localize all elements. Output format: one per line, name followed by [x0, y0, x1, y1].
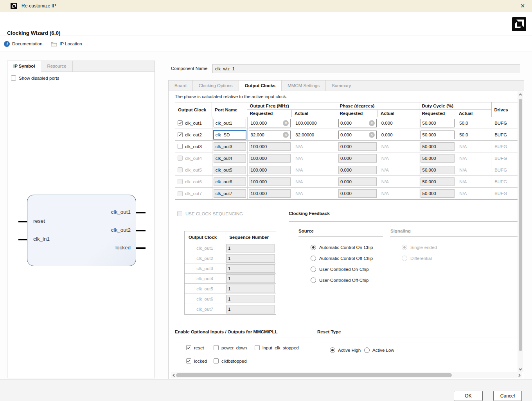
active-high-radio[interactable]	[330, 347, 335, 353]
scroll-up-arrow[interactable]	[518, 91, 523, 97]
active-low-radio[interactable]	[364, 347, 370, 353]
phase-requested-input[interactable]: 0.000	[338, 189, 377, 198]
duty-actual-value-cell: N/A	[456, 188, 491, 199]
optional-io-locked[interactable]: locked	[186, 358, 207, 363]
horizontal-scrollbar[interactable]	[171, 372, 522, 378]
component-name-input[interactable]: clk_wiz_1	[212, 64, 520, 73]
horizontal-scroll-thumb[interactable]	[176, 373, 452, 377]
source-option-automatic-control-off-chip[interactable]: Automatic Control Off-Chip	[311, 253, 373, 264]
show-disabled-ports-checkbox[interactable]	[11, 75, 16, 81]
duty-requested-input[interactable]: 50.000	[421, 166, 455, 174]
freq-actual-value: N/A	[295, 168, 303, 172]
phase-requested-input[interactable]: 0.000	[338, 154, 377, 163]
source-option-user-controlled-off-chip[interactable]: User-Controlled Off-Chip	[311, 275, 373, 286]
port-name-input[interactable]: clk_out4	[214, 154, 246, 163]
duty-requested-input[interactable]: 50.000	[421, 154, 455, 163]
port-name-input[interactable]: clk_out7	[214, 189, 246, 198]
freq-requested-input[interactable]: 32.000✕	[249, 131, 291, 139]
tab-mmcm-settings[interactable]: MMCM Settings	[282, 81, 326, 91]
port-name-input[interactable]: clk_out6	[214, 177, 246, 186]
phase-actual-value-cell: 0.000	[378, 129, 419, 140]
duty-actual-value-cell: N/A	[456, 176, 491, 187]
output-clock-checkbox[interactable]	[178, 144, 183, 149]
sequence-number-cell: 1	[225, 253, 276, 263]
freq-requested-input[interactable]: 100.000	[249, 166, 291, 174]
port-name-input-text: clk_SD	[216, 132, 230, 137]
freq-actual-value-cell: 32.00000	[292, 129, 337, 140]
cancel-button[interactable]: Cancel	[493, 391, 522, 401]
documentation-link[interactable]: i Documentation	[4, 41, 42, 47]
optional-io-clkfbstopped[interactable]: clkfbstopped	[214, 358, 247, 363]
port-name-input[interactable]: clk_SD	[214, 131, 246, 139]
col-output-clock: Output Clock	[175, 102, 212, 117]
divider	[289, 221, 519, 222]
phase-requested-input-text: 0.000	[340, 144, 352, 149]
seq-col-sequence-number: Sequence Number	[225, 231, 276, 243]
phase-actual-value-cell: N/A	[378, 152, 419, 164]
reset-type-title: Reset Type	[317, 329, 341, 334]
source-option-user-controlled-on-chip[interactable]: User-Controlled On-Chip	[311, 264, 373, 275]
duty-requested-input[interactable]: 50.000	[421, 142, 455, 151]
source-option-automatic-control-on-chip[interactable]: Automatic Control On-Chip	[311, 242, 373, 253]
duty-requested-input-text: 50.000	[422, 132, 436, 137]
col-port-name: Port Name	[212, 102, 247, 117]
source-option-radio[interactable]	[311, 256, 316, 261]
port-name-input[interactable]: clk_out1	[214, 119, 246, 127]
tab-output-clocks[interactable]: Output Clocks	[239, 81, 282, 91]
phase-requested-input[interactable]: 0.000	[338, 177, 377, 186]
tab-clocking-options[interactable]: Clocking Options	[193, 81, 239, 91]
output-clock-checkbox[interactable]	[178, 132, 183, 137]
tab-ip-symbol[interactable]: IP Symbol	[7, 61, 41, 72]
table-row: clk_out2clk_SD32.000✕32.000000.000✕0.000…	[175, 129, 518, 141]
clear-icon[interactable]: ✕	[283, 132, 289, 138]
phase-requested-input[interactable]: 0.000✕	[338, 131, 377, 139]
freq-requested-input[interactable]: 100.000✕	[249, 119, 291, 127]
freq-requested-input[interactable]: 100.000	[249, 154, 291, 163]
close-icon[interactable]: ✕	[518, 1, 528, 11]
freq-requested-input[interactable]: 100.000	[249, 189, 291, 198]
sequence-number-text: 1	[228, 286, 230, 291]
phase-requested-input-text: 0.000	[340, 191, 352, 196]
phase-actual-value-cell: N/A	[378, 164, 419, 175]
reset-type-active-low[interactable]: Active Low	[364, 347, 394, 353]
drives-value-cell: BUFG	[491, 117, 518, 129]
port-name-input[interactable]: clk_out5	[214, 166, 246, 174]
scroll-down-arrow[interactable]	[518, 366, 523, 372]
duty-requested-input[interactable]: 50.000	[421, 177, 455, 186]
port-name-input[interactable]: clk_out3	[214, 142, 246, 151]
port-name-input-cell: clk_out1	[212, 117, 248, 129]
tab-resource[interactable]: Resource	[41, 61, 72, 72]
scroll-right-arrow[interactable]	[517, 372, 522, 378]
source-option-radio[interactable]	[311, 245, 316, 250]
duty-requested-input[interactable]: 50.000	[421, 131, 455, 139]
tab-summary[interactable]: Summary	[326, 81, 357, 91]
ip-location-link[interactable]: IP Location	[51, 41, 82, 47]
reset-type-active-high[interactable]: Active High	[330, 347, 361, 353]
output-clock-checkbox[interactable]	[178, 120, 183, 125]
phase-requested-input[interactable]: 0.000	[338, 142, 377, 151]
clkfbstopped-checkbox[interactable]	[214, 358, 219, 363]
duty-requested-input[interactable]: 50.000	[421, 189, 455, 198]
vertical-scrollbar[interactable]	[518, 91, 523, 372]
clear-icon[interactable]: ✕	[283, 120, 289, 126]
freq-requested-input[interactable]: 100.000	[249, 177, 291, 186]
duty-requested-input[interactable]: 50.000	[421, 119, 455, 127]
source-option-radio[interactable]	[311, 277, 316, 283]
ok-button[interactable]: OK	[454, 391, 483, 401]
vertical-scroll-thumb[interactable]	[519, 99, 522, 351]
freq-requested-input[interactable]: 100.000	[249, 142, 291, 151]
phase-requested-input[interactable]: 0.000✕	[338, 119, 377, 127]
show-disabled-ports-label: Show disabled ports	[19, 76, 59, 81]
source-option-radio[interactable]	[311, 267, 316, 272]
clear-icon[interactable]: ✕	[369, 132, 375, 138]
phase-requested-input[interactable]: 0.000	[338, 166, 377, 174]
scroll-left-arrow[interactable]	[171, 372, 176, 378]
locked-checkbox[interactable]	[186, 358, 191, 363]
clear-icon[interactable]: ✕	[369, 120, 375, 126]
tab-board[interactable]: Board	[169, 81, 193, 91]
freq-actual-value-cell: 100.00000	[292, 117, 337, 129]
freq-actual-value-cell: N/A	[292, 164, 337, 175]
port-name-input-text: clk_out6	[216, 179, 232, 184]
port-name-input-text: clk_out5	[216, 168, 232, 172]
show-disabled-ports-option[interactable]: Show disabled ports	[7, 72, 155, 81]
